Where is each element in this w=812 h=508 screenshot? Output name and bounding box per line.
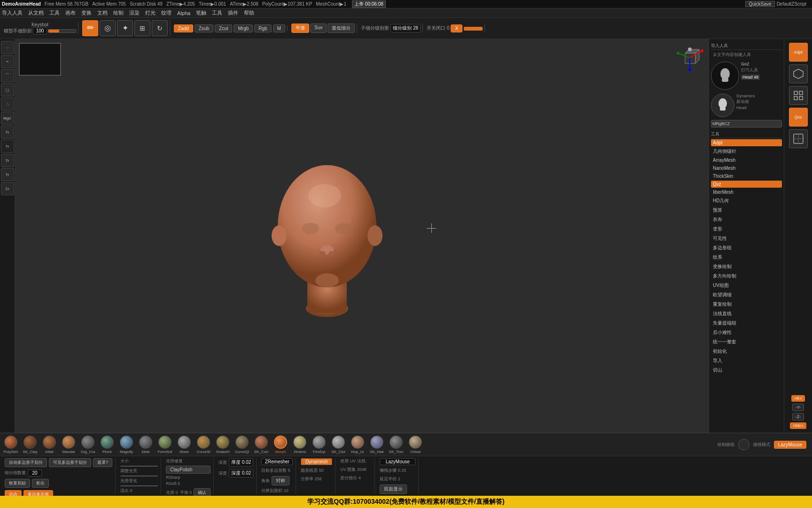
brush-trimdyr[interactable]: TrimDyr (310, 433, 328, 456)
auto-subdivide-btn[interactable]: 自动多边形子划分 (5, 458, 47, 467)
menu-item-11[interactable]: 笔触 (196, 9, 206, 16)
qvz-vector[interactable]: 失量提端组 (711, 319, 782, 327)
brush-formsof[interactable]: FormSof (156, 433, 174, 456)
menu-item-4[interactable]: 变换 (81, 9, 92, 16)
brush-adpt[interactable]: Adpt (711, 139, 782, 146)
qvz-unify[interactable]: 统一一整套 (711, 338, 782, 346)
brush-polyskin[interactable]: PolySkin (2, 433, 20, 456)
brush-sk-clay[interactable]: SK_Clay (21, 433, 39, 456)
qvz-prerender[interactable]: 预算 (711, 206, 782, 214)
left-tool-circlecur[interactable]: Ci (1, 182, 14, 195)
qvz-cut[interactable]: 切山 (711, 366, 782, 374)
far-z-btn[interactable]: -Z- (792, 413, 804, 421)
left-tool-freehand[interactable]: ~ (1, 55, 14, 68)
qvz-iibermesh[interactable]: IiberMesh (711, 189, 782, 196)
left-tool-magic[interactable]: MgC (1, 111, 14, 125)
brush-magnify[interactable]: Magnify (117, 433, 135, 456)
mrgb-btn[interactable]: Mrgb (234, 24, 253, 32)
qvz-init[interactable]: 初始化 (711, 347, 782, 356)
rgb-btn[interactable]: Rgb (254, 24, 271, 32)
brush-sk-hair[interactable]: SK_Hair (368, 433, 386, 456)
far-adpt-btn[interactable]: Adpt (789, 43, 808, 62)
move-btn[interactable]: ✦ (117, 20, 133, 36)
far-array-btn[interactable] (789, 86, 808, 105)
brush-chisel[interactable]: Chisel (406, 433, 424, 456)
left-tool-dragrect[interactable]: □ (1, 83, 14, 96)
menu-item-6[interactable]: 绘制 (113, 9, 124, 16)
sym-x-btn[interactable]: X (451, 24, 462, 32)
qvz-extra[interactable]: 欧望调细 (711, 291, 782, 299)
qvz-visibility[interactable]: 可见性 (711, 234, 782, 243)
mask-btn[interactable]: 遮罩? (93, 458, 112, 467)
subdivide-count-value[interactable]: 20 (28, 469, 42, 476)
subdiv-value[interactable]: 细分级别 28 (390, 24, 421, 32)
far-y-btn[interactable]: -Y- (792, 404, 804, 411)
brush-curveqt[interactable]: CurveQt (233, 433, 251, 456)
smooth-btn[interactable]: ◎ (100, 20, 116, 36)
confirm-btn[interactable]: 确认 (194, 488, 211, 496)
zadd-btn[interactable]: Zadd (174, 24, 193, 32)
qvz-hd[interactable]: HD几何 (711, 197, 782, 205)
clay-polish-btn[interactable]: ClayPolish (166, 466, 211, 474)
brush-sk-trim[interactable]: SK_Trim (387, 433, 405, 456)
menu-item-8[interactable]: 灯光 (145, 9, 156, 16)
menu-item-1[interactable]: 从文档 (28, 9, 44, 16)
qvz-morph[interactable]: 变形 (711, 225, 782, 233)
menu-item-7[interactable]: 渲染 (129, 9, 140, 16)
qvz-small-hard[interactable]: 后小难性 (711, 328, 782, 337)
flat-btn[interactable]: 平滑 (291, 24, 309, 33)
smooth-slider[interactable] (120, 485, 158, 486)
menu-item-13[interactable]: 插件 (228, 9, 238, 16)
brush-pinch[interactable]: Pinch (98, 433, 116, 456)
visible-poly-btn[interactable]: 可见多边形子划分 (49, 458, 91, 467)
brush-zintens[interactable]: ZIntens (291, 433, 309, 456)
two-sided-btn[interactable]: 双面显示 (380, 484, 407, 494)
brush-sk-clot[interactable]: SK_Clot (329, 433, 347, 456)
size-slider[interactable] (120, 466, 158, 467)
menu-item-9[interactable]: 纹理 (161, 9, 172, 16)
m-btn[interactable]: M (273, 24, 285, 32)
brush-move[interactable]: Move (175, 433, 193, 456)
qvz-repeat[interactable]: 重复绘制 (711, 300, 782, 309)
far-texture-btn[interactable] (789, 129, 808, 148)
far-mc-btn[interactable]: >Mc< (790, 422, 806, 429)
brush-slide[interactable]: Slide (137, 433, 155, 456)
thumbnail-preview[interactable] (19, 43, 61, 76)
far-pk-btn[interactable]: >K< (791, 395, 805, 402)
menu-item-0[interactable]: 导入人具 (2, 9, 23, 16)
side-edge-btn[interactable]: 边边 (5, 490, 22, 496)
curve-edit-btn[interactable] (738, 439, 750, 450)
head-label[interactable]: Head 48 (741, 74, 760, 80)
brush-morph[interactable]: Morph (272, 433, 289, 456)
left-tool-trimrec[interactable]: Tr (1, 140, 14, 153)
split-btn[interactable]: 析出 (32, 479, 49, 488)
far-geom-btn[interactable] (789, 64, 808, 83)
qvz-import[interactable]: 导入 (711, 357, 782, 365)
qvz-normal[interactable]: 法线直线 (711, 310, 782, 318)
brush-size-value[interactable]: 100 (33, 27, 47, 34)
zcut-btn[interactable]: Zcut (215, 24, 232, 32)
brush-standard[interactable]: Standar (60, 433, 78, 456)
brush-thickskin[interactable]: ThickSkin (711, 173, 782, 180)
scale-btn[interactable]: ⊞ (134, 20, 150, 36)
suv-btn[interactable]: Suv (310, 24, 327, 33)
depth-2-value[interactable]: 深度 0.02 (229, 469, 253, 477)
brush-arraymesh[interactable]: ArrayMesh (711, 157, 782, 164)
qvz-polygroup[interactable]: 多边形组 (711, 244, 782, 252)
draw-mode-btn[interactable]: ✏ (82, 20, 98, 36)
rotate-btn[interactable]: ↻ (152, 20, 168, 36)
quicksave-button[interactable]: QuickSave (745, 1, 774, 7)
brush-nanomesh[interactable]: NanoMesh (711, 165, 782, 172)
brush-geom[interactable]: 几何倒镶针 (711, 147, 782, 156)
zsub-btn[interactable]: Zsub (195, 24, 213, 32)
adjust-slider[interactable] (120, 476, 158, 476)
left-tool-trimlas[interactable]: Tr (1, 126, 14, 139)
zremesh-label[interactable]: ZRemesher (261, 458, 293, 465)
menu-item-10[interactable]: Alpha (177, 10, 190, 16)
multipoly-btn[interactable]: 多边多边形 (23, 490, 53, 496)
orientation-gizmo[interactable] (676, 44, 704, 72)
left-tool-trimgrc[interactable]: Tr (1, 168, 14, 181)
menu-item-2[interactable]: 工具 (49, 9, 60, 16)
lazy-mouse-btn[interactable]: LazyMouse (774, 441, 806, 449)
lowest-subdiv-btn[interactable]: 最低细分 (328, 24, 355, 33)
